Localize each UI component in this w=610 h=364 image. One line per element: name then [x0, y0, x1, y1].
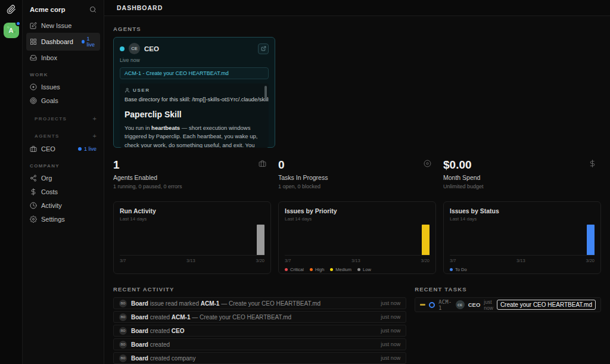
task-row[interactable]: ACM-1 CE CEO just now Create your CEO HE…	[415, 297, 601, 312]
stat-label: Tasks In Progress	[278, 174, 436, 181]
chart-title: Issues by Priority	[285, 207, 430, 214]
stat-sub: Unlimited budget	[443, 183, 601, 189]
activity-row[interactable]: BO Board created just now	[113, 338, 406, 350]
activity-text: Board created	[131, 341, 376, 348]
recent-tasks-section: RECENT TASKS ACM-1 CE CEO just now Creat…	[415, 286, 601, 364]
status-ring-icon	[429, 302, 435, 308]
charts-row: Run Activity Last 14 days 3/73/133/20 Is…	[113, 201, 601, 274]
activity-text: Board created ACM-1 — Create your CEO HE…	[131, 314, 376, 321]
activity-row[interactable]: BO Board created ACM-1 — Create your CEO…	[113, 311, 406, 323]
bottom-row: RECENT ACTIVITY BO Board issue read mark…	[113, 286, 601, 364]
workspace-avatar[interactable]: A	[4, 23, 19, 38]
stat-month-spend: $0.00 Month Spend Unlimited budget	[443, 158, 601, 189]
org-name: Acme corp	[30, 6, 65, 13]
legend-dot-icon	[450, 268, 453, 271]
activity-row[interactable]: BO Board issue read marked ACM-1 — Creat…	[113, 297, 406, 309]
transcript-role-label: USER	[133, 88, 150, 93]
sidebar-section-projects: PROJECTS +	[26, 108, 100, 125]
activity-text: Board created company	[131, 355, 376, 362]
agent-name: CEO	[144, 45, 254, 52]
ceo-live-badge: 1 live	[78, 146, 97, 152]
stats-row: 1 Agents Enabled 1 running, 0 paused, 0 …	[113, 158, 601, 189]
sidebar-item-label: Inbox	[41, 54, 57, 61]
activity-time: just now	[381, 328, 400, 334]
legend-item: Medium	[330, 267, 351, 272]
sidebar-item-settings[interactable]: Settings	[26, 213, 100, 226]
sidebar-item-inbox[interactable]: Inbox	[26, 51, 100, 64]
stat-value: $0.00	[443, 158, 601, 172]
agent-transcript[interactable]: USER Base directory for this skill: /tmp…	[120, 83, 269, 148]
chart-plot	[120, 225, 264, 256]
legend-dot-icon	[285, 268, 288, 271]
sidebar-item-goals[interactable]: Goals	[26, 94, 100, 107]
add-agent-button[interactable]: +	[93, 132, 97, 139]
task-id: ACM-1	[438, 299, 452, 311]
sidebar-section-agents: AGENTS +	[26, 125, 100, 142]
legend-item: To Do	[450, 267, 467, 272]
org-icon	[30, 175, 37, 182]
legend-item: Critical	[285, 267, 304, 272]
add-project-button[interactable]: +	[93, 115, 97, 122]
sidebar: Acme corp New Issue Dashboard 1 live Inb…	[23, 0, 104, 364]
priority-dash-icon	[420, 304, 425, 306]
transcript-scrollbar[interactable]	[264, 86, 267, 99]
activity-time: just now	[381, 314, 400, 320]
workspace-avatar-initial: A	[9, 27, 14, 34]
agent-current-task-link[interactable]: ACM-1 - Create your CEO HEARTBEAT.md	[120, 67, 269, 79]
sidebar-item-new-issue[interactable]: New Issue	[26, 19, 100, 32]
task-time: just now	[484, 299, 493, 311]
sidebar-section-work: WORK	[26, 65, 100, 80]
inbox-icon	[30, 54, 37, 61]
sidebar-item-costs[interactable]: Costs	[26, 185, 100, 198]
agent-status: Live now	[120, 57, 269, 63]
topbar: DASHBOARD	[104, 0, 610, 16]
sidebar-section-company: COMPANY	[26, 156, 100, 172]
legend-dot-icon	[357, 268, 360, 271]
external-link-icon	[261, 46, 266, 51]
agent-avatar: CE	[129, 43, 140, 54]
sidebar-item-org[interactable]: Org	[26, 172, 100, 185]
notification-dot	[15, 21, 21, 26]
sidebar-item-issues[interactable]: Issues	[26, 80, 100, 94]
target-icon	[424, 160, 431, 167]
sidebar-item-ceo[interactable]: CEO 1 live	[26, 142, 100, 155]
legend-dot-icon	[330, 268, 333, 271]
stat-value: 0	[278, 158, 436, 172]
chart-legend: To Do	[450, 267, 595, 272]
chart-legend: Critical High Medium Low	[285, 267, 430, 272]
stat-sub: 1 open, 0 blocked	[278, 183, 436, 189]
activity-time: just now	[381, 300, 400, 306]
activity-text: Board issue read marked ACM-1 — Create y…	[131, 300, 376, 307]
agent-card-ceo[interactable]: CE CEO Live now ACM-1 - Create your CEO …	[113, 37, 275, 148]
sidebar-item-dashboard[interactable]: Dashboard 1 live	[26, 33, 100, 51]
stat-sub: 1 running, 0 paused, 0 errors	[113, 183, 271, 189]
activity-list: BO Board issue read marked ACM-1 — Creat…	[113, 297, 406, 364]
agent-live-dot-icon	[120, 46, 125, 51]
grid-icon	[30, 38, 37, 45]
briefcase-icon	[30, 145, 37, 153]
search-icon[interactable]	[89, 6, 97, 13]
dollar-icon	[589, 160, 596, 167]
sidebar-item-label: CEO	[41, 145, 55, 153]
stat-value: 1	[113, 158, 271, 172]
actor-avatar: BO	[119, 327, 127, 335]
sidebar-header: Acme corp	[26, 4, 100, 19]
compose-icon	[30, 22, 37, 29]
sidebar-item-label: Activity	[41, 202, 62, 209]
chart-subtitle: Last 14 days	[450, 216, 595, 222]
activity-row[interactable]: BO Board created CEO just now	[113, 325, 406, 337]
sidebar-item-activity[interactable]: Activity	[26, 199, 100, 212]
paperclip-logo-icon[interactable]	[7, 5, 16, 14]
activity-row[interactable]: BO Board created company just now	[113, 352, 406, 364]
main-area: DASHBOARD AGENTS CE CEO Live now ACM-1 -…	[104, 0, 610, 364]
transcript-role-row: USER	[125, 88, 262, 93]
legend-dot-icon	[310, 268, 313, 271]
user-icon	[125, 88, 130, 93]
gear-icon	[30, 216, 37, 223]
chart-x-axis: 3/73/133/20	[120, 256, 264, 263]
transcript-heading: Paperclip Skill	[125, 110, 262, 119]
open-agent-button[interactable]	[258, 43, 269, 54]
activity-text: Board created CEO	[131, 328, 376, 334]
legend-item: High	[310, 267, 324, 272]
sidebar-item-label: Org	[41, 175, 52, 182]
